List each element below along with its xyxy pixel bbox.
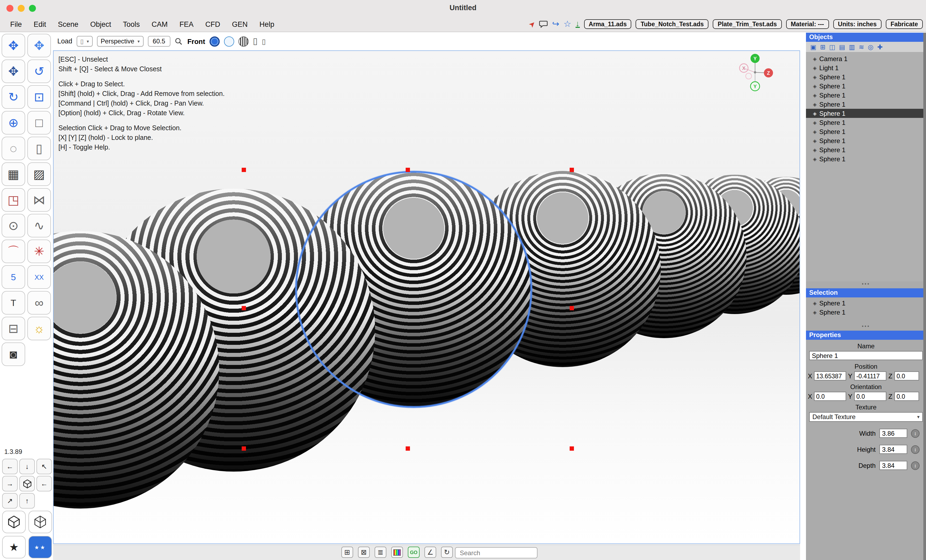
search-input[interactable] (455, 547, 537, 558)
object-name-field[interactable] (809, 351, 923, 360)
topbar-button-tube-notch-test-ads[interactable]: Tube_Notch_Test.ads (636, 19, 709, 29)
menu-fea[interactable]: FEA (174, 20, 200, 28)
object-row[interactable]: ◈Sphere 1 (806, 91, 926, 100)
marquee-select-tool[interactable]: ⊡ (27, 85, 51, 109)
object-row[interactable]: ◈Sphere 1 (806, 118, 926, 127)
rotate-tool[interactable]: ↻ (2, 85, 25, 109)
globe-tool[interactable]: ⊕ (2, 111, 25, 135)
orientation-x-field[interactable] (814, 392, 846, 401)
link-nodes-tool[interactable]: ⋈ (27, 188, 51, 212)
object-row[interactable]: ◈Sphere 1 (806, 145, 926, 154)
menu-gen[interactable]: GEN (226, 20, 254, 28)
mesh-icon[interactable]: ≋ (859, 44, 864, 50)
dashed-circle-tool[interactable]: ◌ (2, 137, 25, 160)
texture-select[interactable]: Default Texture ▾ (809, 412, 923, 422)
text-tool[interactable]: T (2, 291, 25, 315)
selection-handle[interactable] (406, 168, 410, 172)
topbar-button-fabricate[interactable]: Fabricate (886, 19, 923, 29)
light-tool[interactable]: ☼ (27, 317, 51, 340)
target-icon[interactable]: ◎ (868, 44, 873, 50)
menu-cam[interactable]: CAM (146, 20, 174, 28)
load-preset-select[interactable]: ▯▾ (77, 36, 93, 47)
polyline-tool[interactable]: ∿ (27, 214, 51, 238)
menu-cfd[interactable]: CFD (199, 20, 226, 28)
height-field[interactable] (879, 445, 907, 454)
cylinder-tool[interactable]: ▯ (27, 137, 51, 160)
nav-arrow-button[interactable]: ↑ (19, 493, 35, 509)
duplicate-icon[interactable]: ◫ (829, 44, 835, 50)
star-button[interactable]: ★ (2, 536, 26, 558)
menu-edit[interactable]: Edit (28, 20, 52, 28)
orientation-gizmo[interactable]: X Y Z Y (728, 52, 787, 95)
arc-tool[interactable]: ⌒ (2, 239, 25, 263)
grid-tool[interactable]: ▦ (2, 162, 25, 186)
minimize-window-button[interactable] (18, 5, 25, 12)
orientation-z-field[interactable] (894, 392, 919, 401)
selection-handle[interactable] (570, 306, 574, 310)
orbit-view-tool[interactable]: ↺ (27, 59, 51, 83)
share-icon[interactable]: ↪ (552, 20, 560, 29)
menu-file[interactable]: File (4, 20, 28, 28)
menu-tools[interactable]: Tools (117, 20, 146, 28)
multi-star-button[interactable]: ★★ (29, 536, 52, 558)
position-x-field[interactable] (814, 371, 846, 380)
box-tool[interactable]: □ (27, 111, 51, 135)
add-folder-icon[interactable]: ⊞ (820, 44, 826, 50)
nav-arrow-button[interactable]: ↗ (2, 493, 18, 509)
panel-divider-handle[interactable]: ••• (806, 282, 926, 288)
selection-handle[interactable] (570, 446, 574, 451)
stepper-icon[interactable]: ↕ (911, 445, 920, 454)
layers-icon[interactable]: ≣ (375, 546, 386, 558)
nav-cube-button[interactable] (19, 476, 35, 491)
star-shield-icon[interactable]: ☆ (563, 20, 571, 29)
skewed-grid-tool[interactable]: ▨ (27, 162, 51, 186)
wireframe-view-button[interactable] (224, 36, 234, 46)
double-x-tool[interactable]: XX (27, 265, 51, 289)
object-row[interactable]: ◈Sphere 1 (806, 82, 926, 91)
position-z-field[interactable] (894, 371, 919, 380)
chat-icon[interactable] (539, 20, 548, 28)
shaded-view-button[interactable] (210, 36, 220, 46)
object-row[interactable]: ◈Camera 1 (806, 54, 926, 63)
selection-handle[interactable] (242, 306, 246, 310)
close-window-button[interactable] (6, 5, 14, 12)
axis-star-tool[interactable]: ✳ (27, 239, 51, 263)
center-point-tool[interactable]: ⊙ (2, 214, 25, 238)
color-bars-icon[interactable] (391, 546, 403, 558)
object-row[interactable]: ◈Sphere 1 (806, 136, 926, 145)
orientation-y-field[interactable] (854, 392, 886, 401)
move-tool[interactable]: ✥ (2, 34, 25, 58)
refresh-icon[interactable]: ↻ (441, 546, 453, 558)
download-icon[interactable]: ↓ (575, 20, 580, 28)
measure-icon[interactable]: ∠ (424, 546, 436, 558)
selection-handle[interactable] (570, 168, 574, 172)
position-y-field[interactable] (854, 371, 886, 380)
topbar-button-units-inches[interactable]: Units: inches (833, 19, 881, 29)
object-row[interactable]: ◈Sphere 1 (806, 72, 926, 82)
menu-help[interactable]: Help (253, 20, 280, 28)
selection-handle[interactable] (242, 168, 246, 172)
list-view-icon[interactable]: ▤ (839, 44, 845, 50)
transform-move-tool[interactable]: ✥ (27, 34, 51, 58)
nav-arrow-button[interactable]: ← (2, 459, 18, 474)
pan-view-tool[interactable]: ✥ (2, 59, 25, 83)
viewport[interactable]: [ESC] - UnselectShift + [Q] - Select & M… (53, 50, 800, 544)
topbar-button-material[interactable]: Material: --- (786, 19, 829, 29)
node-pair-tool[interactable]: ∞ (27, 291, 51, 315)
perspective-cube-button[interactable] (29, 511, 52, 533)
isometric-cube-button[interactable] (2, 511, 26, 533)
zoom-window-button[interactable] (29, 5, 36, 12)
selection-circle[interactable] (295, 171, 532, 408)
panel-divider-handle[interactable]: ••• (806, 324, 926, 331)
fit-view-icon[interactable]: ⊠ (358, 546, 370, 558)
zebra-view-button[interactable] (239, 36, 249, 46)
stepper-icon[interactable]: ↕ (911, 429, 920, 437)
width-field[interactable] (879, 429, 907, 438)
topbar-button-arma-11-ads[interactable]: Arma_11.ads (584, 19, 631, 29)
fov-input[interactable] (148, 36, 170, 47)
camera-tool[interactable]: ◙ (2, 342, 25, 366)
object-row[interactable]: ◈Light 1 (806, 63, 926, 72)
zoom-icon[interactable] (174, 38, 182, 45)
nav-arrow-button[interactable]: ↓ (19, 459, 35, 474)
bolt-tool[interactable]: ⊟ (2, 317, 25, 340)
